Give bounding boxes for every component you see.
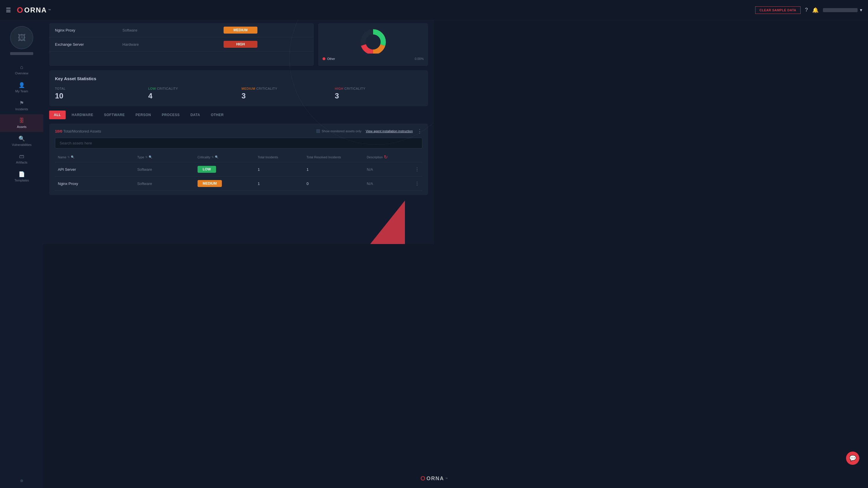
th-resolved-incidents: Total Resolved Incidents — [307, 154, 364, 160]
sidebar-item-label-incidents: Incidents — [15, 107, 28, 111]
sidebar-item-my-team[interactable]: 👤 My Team — [0, 79, 43, 96]
th-type-sort[interactable]: ⇅ — [145, 155, 148, 159]
tab-hardware[interactable]: HARDWARE — [67, 111, 98, 119]
incidents-icon: ⚑ — [20, 100, 24, 106]
th-criticality-label: Criticality — [197, 155, 211, 159]
assets-icon: 🗄 — [19, 118, 24, 124]
top-table-row-nginx: Nginx Proxy Software MEDIUM — [49, 23, 314, 37]
td-incidents-api-server: 1 — [258, 167, 304, 172]
th-name-sort[interactable]: ⇅ — [67, 155, 70, 159]
top-row-criticality-nginx: MEDIUM — [224, 27, 257, 34]
sidebar-item-templates[interactable]: 📄 Templates — [0, 168, 43, 185]
tab-process[interactable]: PROCESS — [157, 111, 184, 119]
assets-table-section: 10/0 Total/Monitored Assets Show monitor… — [49, 123, 428, 195]
artifacts-icon: 🗃 — [19, 153, 24, 160]
tab-other[interactable]: OTHER — [206, 111, 228, 119]
stat-value-total: 10 — [55, 91, 143, 101]
more-options-button[interactable]: ⋮ — [417, 128, 422, 134]
td-incidents-nginx: 1 — [258, 181, 304, 186]
total-suffix: Total/Monitored Assets — [63, 129, 101, 134]
table-actions: Show monitored assets only View agent in… — [316, 128, 422, 134]
stat-value-medium: 3 — [242, 91, 329, 101]
td-type-api-server: Software — [137, 167, 194, 172]
th-criticality-filter[interactable]: 🔍 — [215, 155, 218, 159]
stats-title: Key Asset Statistics — [55, 76, 422, 81]
tab-all[interactable]: ALL — [49, 111, 66, 119]
td-name-api-server: API Server — [58, 167, 134, 172]
stat-value-low: 4 — [148, 91, 236, 101]
donut-chart-panel: Other 0.00% — [318, 23, 428, 66]
view-agent-link[interactable]: View agent installation instruction — [366, 130, 413, 133]
legend-label-other: Other — [327, 57, 335, 60]
criticality-badge-nginx: MEDIUM — [197, 180, 222, 187]
row-menu-nginx[interactable]: ⋮ — [408, 181, 420, 186]
top-asset-list: Nginx Proxy Software MEDIUM Exchange Ser… — [49, 23, 314, 66]
legend-row-other: Other 0.00% — [322, 56, 424, 62]
td-type-nginx: Software — [137, 181, 194, 186]
top-row-type-exchange: Hardware — [122, 42, 173, 47]
criticality-badge-api-server: LOW — [197, 166, 216, 173]
sidebar-item-label-assets: Assets — [17, 125, 26, 128]
donut-chart-svg — [356, 28, 391, 54]
sidebar-item-label-vulnerabilities: Vulnerabilities — [12, 143, 32, 146]
top-row-name-exchange: Exchange Server — [55, 42, 122, 47]
overview-icon: ⌂ — [20, 64, 24, 70]
th-actions — [408, 154, 420, 160]
monitored-checkbox[interactable] — [316, 130, 320, 133]
th-type-label: Type — [137, 155, 144, 159]
show-monitored-label: Show monitored assets only — [322, 130, 362, 133]
th-name-label: Name — [58, 155, 66, 159]
td-name-nginx: Nginx Proxy — [58, 181, 134, 186]
th-description: Description ↻ — [367, 154, 405, 160]
th-description-label: Description — [367, 155, 383, 159]
sidebar-item-label-templates: Templates — [14, 179, 29, 182]
table-row-api-server: API Server Software LOW 1 1 N/A ⋮ — [55, 162, 422, 177]
th-name: Name ⇅ 🔍 — [58, 154, 134, 160]
assets-table-header: 10/0 Total/Monitored Assets Show monitor… — [55, 128, 422, 134]
td-criticality-api-server: LOW — [197, 166, 255, 173]
my-team-icon: 👤 — [19, 82, 25, 88]
td-resolved-api-server: 1 — [307, 167, 364, 172]
asset-tabs: ALL HARDWARE SOFTWARE PERSON PROCESS DAT… — [49, 111, 428, 119]
refresh-icon[interactable]: ↻ — [384, 154, 388, 160]
stat-low: LOW CRITICALITY 4 — [148, 87, 236, 101]
stat-label-medium-prefix: MEDIUM — [242, 87, 255, 90]
stat-label-high-prefix: HIGH — [335, 87, 344, 90]
total-count: 10/0 — [55, 129, 62, 134]
menu-icon[interactable]: ☰ — [6, 7, 11, 13]
legend-pct-other: 0.00% — [415, 57, 424, 60]
table-row-nginx-proxy: Nginx Proxy Software MEDIUM 1 0 N/A ⋮ — [55, 177, 422, 191]
sidebar: 🖼 ⌂ Overview 👤 My Team ⚑ Incidents 🗄 Ass… — [0, 20, 43, 244]
avatar-name — [10, 52, 33, 55]
th-total-incidents-label: Total Incidents — [258, 155, 278, 159]
key-asset-stats: Key Asset Statistics TOTAL 10 LOW CRITIC… — [49, 70, 428, 106]
sidebar-item-artifacts[interactable]: 🗃 Artifacts — [0, 150, 43, 168]
th-name-filter[interactable]: 🔍 — [71, 155, 74, 159]
th-type-filter[interactable]: 🔍 — [149, 155, 152, 159]
stat-label-total: TOTAL — [55, 87, 143, 90]
sidebar-item-incidents[interactable]: ⚑ Incidents — [0, 96, 43, 114]
td-criticality-nginx: MEDIUM — [197, 180, 255, 187]
avatar-container: 🖼 — [10, 26, 33, 55]
sidebar-item-vulnerabilities[interactable]: 🔍 Vulnerabilities — [0, 132, 43, 150]
tab-person[interactable]: PERSON — [131, 111, 156, 119]
search-input[interactable] — [55, 138, 422, 148]
sidebar-item-label-my-team: My Team — [15, 89, 28, 93]
th-criticality-sort[interactable]: ⇅ — [211, 155, 214, 159]
top-table-row-exchange: Exchange Server Hardware HIGH — [49, 37, 314, 52]
sidebar-item-assets[interactable]: 🗄 Assets — [0, 114, 43, 132]
tab-data[interactable]: DATA — [186, 111, 205, 119]
table-headers: Name ⇅ 🔍 Type ⇅ 🔍 Criticality ⇅ 🔍 Total … — [55, 152, 422, 162]
stat-total: TOTAL 10 — [55, 87, 143, 101]
stat-label-low-prefix: LOW — [148, 87, 156, 90]
logo-text: ORNA — [24, 6, 47, 14]
chart-legend: Other 0.00% — [322, 54, 424, 62]
row-menu-api-server[interactable]: ⋮ — [408, 167, 420, 172]
main-content: Nginx Proxy Software MEDIUM Exchange Ser… — [43, 20, 434, 244]
stat-medium: MEDIUM CRITICALITY 3 — [242, 87, 329, 101]
sidebar-item-label-artifacts: Artifacts — [16, 161, 28, 164]
tab-software[interactable]: SOFTWARE — [99, 111, 130, 119]
sidebar-item-overview[interactable]: ⌂ Overview — [0, 61, 43, 79]
td-resolved-nginx: 0 — [307, 181, 364, 186]
legend-dot-other — [322, 57, 326, 60]
